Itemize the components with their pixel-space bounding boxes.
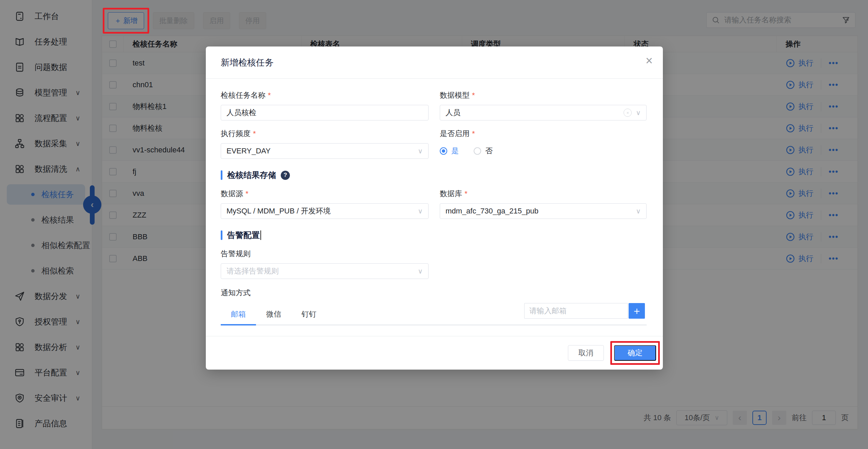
frequency-select[interactable]: EVERY_DAY ∨ <box>221 143 429 159</box>
tab-dingtalk[interactable]: 钉钉 <box>291 304 327 325</box>
radio-dot-icon <box>440 147 447 155</box>
annotation-box-confirm: 确定 <box>614 345 656 361</box>
chevron-down-icon: ∨ <box>418 207 423 215</box>
task-name-label: 检核任务名称 <box>221 90 265 100</box>
task-name-input[interactable] <box>226 108 423 117</box>
required-mark: * <box>472 129 475 138</box>
text-cursor <box>260 230 261 240</box>
datasource-label: 数据源 <box>221 189 243 199</box>
radio-yes-label: 是 <box>451 146 459 156</box>
alert-rule-placeholder: 请选择告警规则 <box>226 266 414 276</box>
notify-tabs-row: 邮箱 微信 钉钉 ＋ <box>221 302 647 325</box>
add-email-button[interactable]: ＋ <box>629 303 645 319</box>
section-alert-config: 告警配置 <box>221 230 647 241</box>
section-accent-bar <box>221 230 222 240</box>
enabled-label: 是否启用 <box>440 129 470 139</box>
chevron-down-icon: ∨ <box>418 147 423 155</box>
tab-label: 邮箱 <box>231 309 246 319</box>
radio-yes[interactable]: 是 <box>440 146 459 156</box>
chevron-down-icon: ∨ <box>636 109 641 117</box>
cancel-button[interactable]: 取消 <box>568 345 604 361</box>
alert-rule-select[interactable]: 请选择告警规则 ∨ <box>221 263 429 279</box>
data-model-label: 数据模型 <box>440 90 470 100</box>
radio-dot-icon <box>474 147 481 155</box>
tab-label: 微信 <box>266 309 281 319</box>
datasource-value: MySQL / MDM_PUB / 开发环境 <box>226 206 414 216</box>
required-mark: * <box>245 189 249 198</box>
required-mark: * <box>268 91 271 100</box>
chevron-down-icon: ∨ <box>636 207 641 215</box>
database-select[interactable]: mdm_afc_730_ga_215_pub ∨ <box>440 203 647 219</box>
modal-header: 新增检核任务 × <box>206 46 663 79</box>
required-mark: * <box>465 189 468 198</box>
confirm-button[interactable]: 确定 <box>614 345 656 361</box>
section-accent-bar <box>221 170 222 180</box>
required-mark: * <box>253 129 256 138</box>
section-result-storage: 检核结果存储 ? <box>221 170 647 181</box>
clear-icon[interactable]: × <box>624 109 632 117</box>
frequency-label: 执行频度 <box>221 129 251 139</box>
modal-footer: 取消 确定 <box>206 336 663 370</box>
notify-tabs: 邮箱 微信 钉钉 <box>221 304 327 325</box>
tab-wechat[interactable]: 微信 <box>256 304 291 325</box>
section-result-storage-title: 检核结果存储 <box>227 170 276 181</box>
radio-no-label: 否 <box>485 146 493 156</box>
database-label: 数据库 <box>440 189 462 199</box>
tab-email[interactable]: 邮箱 <box>221 304 256 325</box>
enabled-radio-group: 是 否 <box>440 143 647 159</box>
required-mark: * <box>472 91 475 100</box>
data-model-value: 人员 <box>446 108 624 118</box>
section-alert-config-title: 告警配置 <box>227 230 260 241</box>
datasource-select[interactable]: MySQL / MDM_PUB / 开发环境 ∨ <box>221 203 429 219</box>
add-check-task-modal: 新增检核任务 × 检核任务名称 * 数据模型 * 人员 × <box>206 46 663 370</box>
frequency-value: EVERY_DAY <box>226 147 414 155</box>
modal-body: 检核任务名称 * 数据模型 * 人员 × ∨ <box>206 79 663 325</box>
notify-method-label: 通知方式 <box>221 288 251 298</box>
email-entry-group: ＋ <box>524 303 645 319</box>
radio-no[interactable]: 否 <box>474 146 493 156</box>
modal-title: 新增检核任务 <box>221 57 274 69</box>
help-icon[interactable]: ? <box>281 171 290 180</box>
alert-rule-label: 告警规则 <box>221 249 251 259</box>
data-model-select[interactable]: 人员 × ∨ <box>440 105 647 120</box>
email-input[interactable] <box>524 303 628 319</box>
tab-label: 钉钉 <box>301 309 316 319</box>
task-name-field[interactable] <box>221 105 429 120</box>
chevron-down-icon: ∨ <box>418 267 423 275</box>
close-icon[interactable]: × <box>646 55 653 67</box>
database-value: mdm_afc_730_ga_215_pub <box>446 207 632 216</box>
